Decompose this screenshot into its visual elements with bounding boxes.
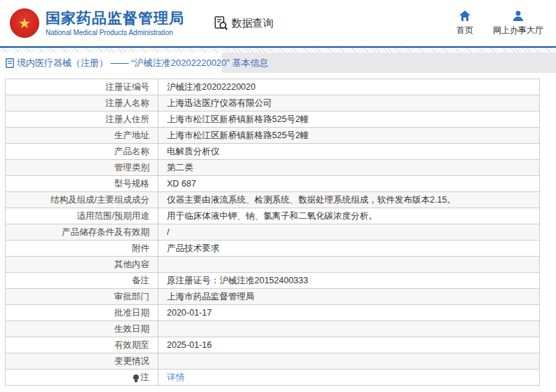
- row-value-text: 2020-01-17: [167, 308, 212, 318]
- row-value: 原注册证号：沪械注准20152400333: [158, 273, 540, 289]
- row-value: /: [158, 224, 540, 241]
- table-row: 管理类别第二类: [6, 160, 540, 176]
- row-value: 用于临床体液中钾、钠、氯离子和二氧化碳浓度分析。: [158, 208, 540, 224]
- row-label-text: 生效日期: [114, 324, 149, 334]
- org-name-en: National Medical Products Administration: [46, 29, 184, 36]
- row-value-text: 仪器主要由液流系统、检测系统、数据处理系统组成，软件发布版本2.15。: [167, 195, 456, 205]
- table-row: 生产地址上海市松江区新桥镇新格路525号2幢: [6, 128, 540, 144]
- org-name-cn: 国家药品监督管理局: [46, 10, 184, 27]
- data-query-button[interactable]: 数据查询: [214, 16, 273, 30]
- row-label-text: 有效期至: [114, 340, 149, 350]
- breadcrumb-band: 境内医疗器械（注册） —— “沪械注准20202220020” 基本信息: [0, 53, 556, 73]
- row-label-text: 备注: [132, 276, 149, 285]
- nav-home[interactable]: 首页: [456, 10, 473, 36]
- user-icon: [512, 10, 524, 22]
- row-label: 注: [6, 370, 158, 386]
- row-label: 产品名称: [6, 144, 158, 160]
- table-row: 产品名称电解质分析仪: [6, 144, 540, 160]
- table-row: 注详情: [6, 370, 540, 386]
- document-search-icon: [214, 16, 228, 30]
- row-label: 管理类别: [6, 160, 158, 176]
- row-label-text: 管理类别: [114, 163, 149, 173]
- table-row: 适用范围/预期用途用于临床体液中钾、钠、氯离子和二氧化碳浓度分析。: [6, 208, 540, 224]
- row-label: 注册人名称: [6, 95, 158, 111]
- row-value-text: 电解质分析仪: [167, 147, 219, 156]
- page-title: 境内医疗器械（注册） —— “沪械注准20202220020” 基本信息: [17, 57, 269, 69]
- row-label: 产品储存条件及有效期: [6, 224, 158, 241]
- row-label: 附件: [6, 241, 158, 257]
- row-value-text: 上海迅达医疗仪器有限公司: [167, 98, 272, 108]
- site-logo[interactable]: ★ 国家药品监督管理局 National Medical Products Ad…: [0, 8, 184, 38]
- row-value: 沪械注准20202220020: [158, 79, 540, 95]
- national-emblem-icon: ★: [10, 8, 39, 38]
- table-row: 型号规格XD 687: [6, 176, 540, 192]
- row-label: 生效日期: [6, 321, 158, 337]
- row-label-text: 变更情况: [114, 356, 149, 366]
- row-value-text: 上海市松江区新桥镇新格路525号2幢: [167, 130, 309, 140]
- row-label-text: 结构及组成/主要组成成分: [50, 195, 149, 205]
- row-value: XD 687: [158, 176, 540, 192]
- row-label: 注册证编号: [6, 79, 158, 95]
- breadcrumb: 境内医疗器械（注册） —— “沪械注准20202220020” 基本信息: [0, 53, 222, 73]
- spacer: [0, 73, 556, 79]
- row-value: 2020-01-17: [158, 305, 540, 321]
- row-label-text: 注册人住所: [106, 114, 150, 124]
- row-value-text: 沪械注准20202220020: [167, 82, 255, 92]
- row-value-text: /: [167, 227, 169, 237]
- row-value: 上海迅达医疗仪器有限公司: [158, 95, 540, 111]
- nav-service-hall-label: 网上办事大厅: [493, 25, 543, 36]
- row-label: 变更情况: [6, 353, 158, 370]
- brand-text: 国家药品监督管理局 National Medical Products Admi…: [46, 10, 184, 36]
- row-value: 上海市松江区新桥镇新格路525号2幢: [158, 128, 540, 144]
- row-label: 型号规格: [6, 176, 158, 192]
- table-row: 变更情况: [6, 353, 540, 370]
- row-value-text: 用于临床体液中钾、钠、氯离子和二氧化碳浓度分析。: [167, 211, 377, 221]
- top-nav: 首页 网上办事大厅: [456, 10, 543, 36]
- table-row: 审批部门上海市药品监督管理局: [6, 289, 540, 305]
- registration-info-table: 注册证编号沪械注准20202220020注册人名称上海迅达医疗仪器有限公司注册人…: [5, 79, 540, 386]
- row-value: 上海市松江区新桥镇新格路525号2幢: [158, 111, 540, 128]
- row-label: 生产地址: [6, 128, 158, 144]
- table-row: 注册证编号沪械注准20202220020: [6, 79, 540, 95]
- row-label-text: 产品名称: [114, 147, 149, 156]
- row-label-text: 审批部门: [114, 292, 149, 302]
- bulb-icon: [133, 374, 139, 380]
- row-label-text: 注册证编号: [106, 82, 150, 92]
- row-value-text: 第二类: [167, 163, 194, 173]
- row-label: 注册人住所: [6, 111, 158, 128]
- row-label-text: 产品储存条件及有效期: [62, 227, 149, 237]
- hatched-strip: [0, 48, 556, 53]
- row-value: 电解质分析仪: [158, 144, 540, 160]
- table-row: 结构及组成/主要组成成分仪器主要由液流系统、检测系统、数据处理系统组成，软件发布…: [6, 192, 540, 208]
- row-label-text: 注册人名称: [106, 98, 150, 108]
- table-row: 备注原注册证号：沪械注准20152400333: [6, 273, 540, 289]
- home-icon: [459, 10, 471, 22]
- row-label-text: 注: [141, 372, 150, 382]
- row-label: 审批部门: [6, 289, 158, 305]
- table-row: 生效日期: [6, 321, 540, 337]
- nav-service-hall[interactable]: 网上办事大厅: [493, 10, 543, 36]
- row-label-text: 其他内容: [114, 259, 149, 269]
- row-label-text: 适用范围/预期用途: [77, 211, 149, 221]
- data-query-label: 数据查询: [231, 17, 273, 30]
- detail-link[interactable]: 详情: [167, 372, 184, 382]
- table-row: 注册人住所上海市松江区新桥镇新格路525号2幢: [6, 111, 540, 128]
- page-icon: [6, 58, 14, 68]
- nav-home-label: 首页: [456, 25, 473, 36]
- row-value-text: 产品技术要求: [167, 243, 219, 253]
- row-value: 产品技术要求: [158, 241, 540, 257]
- row-label: 有效期至: [6, 337, 158, 353]
- table-row: 批准日期2020-01-17: [6, 305, 540, 321]
- row-label: 适用范围/预期用途: [6, 208, 158, 224]
- table-row: 其他内容: [6, 257, 540, 273]
- row-label-text: 附件: [132, 243, 149, 253]
- row-label-text: 批准日期: [114, 308, 149, 318]
- row-label: 结构及组成/主要组成成分: [6, 192, 158, 208]
- row-value-text: 原注册证号：沪械注准20152400333: [167, 276, 308, 285]
- row-label-text: 型号规格: [114, 179, 149, 189]
- table-row: 注册人名称上海迅达医疗仪器有限公司: [6, 95, 540, 111]
- row-value: 仪器主要由液流系统、检测系统、数据处理系统组成，软件发布版本2.15。: [158, 192, 540, 208]
- row-label: 其他内容: [6, 257, 158, 273]
- row-value: 第二类: [158, 160, 540, 176]
- row-value-text: 上海市松江区新桥镇新格路525号2幢: [167, 114, 309, 124]
